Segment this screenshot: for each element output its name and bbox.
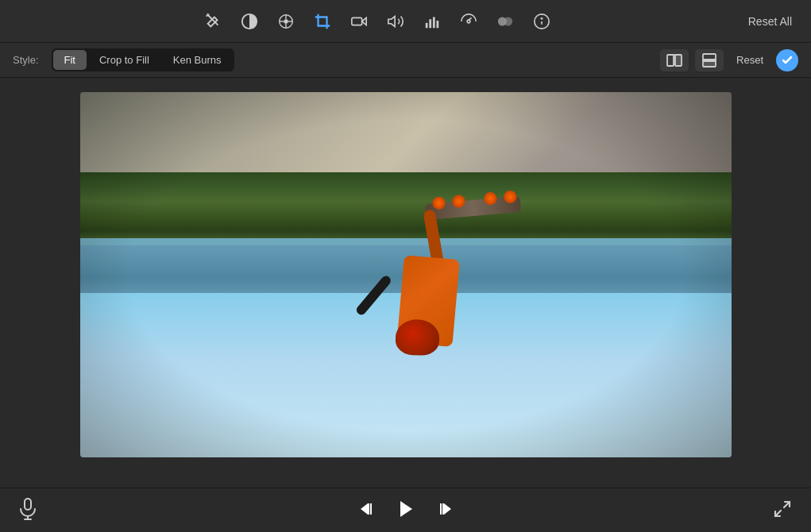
microphone-icon[interactable] — [19, 498, 37, 523]
svg-marker-12 — [362, 17, 367, 25]
svg-point-21 — [504, 17, 512, 25]
crop-icon[interactable] — [311, 10, 334, 33]
reset-all-button[interactable]: Reset All — [742, 12, 798, 31]
audio-icon[interactable] — [384, 10, 407, 33]
wheel-1 — [432, 196, 446, 210]
svg-rect-25 — [667, 55, 674, 66]
skateboard — [425, 196, 521, 220]
flip-vertical-button[interactable] — [695, 49, 724, 71]
svg-point-6 — [284, 19, 288, 24]
svg-rect-30 — [703, 61, 716, 67]
wheel-4 — [504, 190, 517, 203]
style-row: Style: Fit Crop to Fill Ken Burns Reset — [0, 43, 811, 78]
speedometer-icon[interactable] — [458, 10, 480, 33]
style-button-group: Fit Crop to Fill Ken Burns — [52, 48, 234, 71]
svg-rect-16 — [433, 17, 435, 28]
svg-marker-37 — [400, 501, 412, 517]
playback-controls — [359, 499, 453, 522]
skip-forward-button[interactable] — [435, 500, 453, 521]
wheel-2 — [452, 195, 465, 208]
svg-rect-14 — [426, 22, 428, 27]
video-preview — [80, 92, 732, 457]
toolbar-icons — [13, 10, 742, 33]
style-row-right: Reset — [660, 49, 798, 71]
svg-rect-15 — [429, 19, 431, 28]
svg-rect-28 — [703, 54, 716, 60]
svg-point-18 — [467, 20, 470, 23]
svg-rect-27 — [675, 55, 682, 66]
ken-burns-button[interactable]: Ken Burns — [162, 50, 233, 70]
svg-rect-36 — [370, 503, 372, 515]
bottom-controls — [0, 488, 811, 532]
svg-rect-39 — [442, 503, 444, 515]
svg-rect-31 — [25, 499, 31, 510]
svg-line-19 — [469, 17, 472, 20]
expand-button[interactable] — [773, 499, 792, 522]
svg-rect-40 — [440, 503, 442, 515]
magic-wand-icon[interactable] — [202, 10, 224, 33]
skip-back-button[interactable] — [359, 500, 377, 521]
reset-button[interactable]: Reset — [730, 51, 770, 69]
histogram-icon[interactable] — [421, 10, 443, 33]
color-balance-icon[interactable] — [238, 10, 261, 33]
crop-to-fill-button[interactable]: Crop to Fill — [88, 50, 160, 70]
svg-marker-34 — [361, 503, 368, 515]
svg-rect-35 — [368, 503, 369, 515]
fit-button[interactable]: Fit — [53, 50, 87, 70]
svg-marker-13 — [388, 16, 395, 26]
video-camera-icon[interactable] — [348, 10, 370, 33]
confirm-button[interactable] — [776, 49, 798, 71]
video-frame — [80, 92, 732, 457]
svg-line-1 — [207, 14, 208, 16]
color-circles-icon[interactable] — [494, 10, 516, 33]
top-toolbar: Reset All — [0, 0, 811, 43]
play-button[interactable] — [396, 499, 416, 522]
info-icon[interactable] — [531, 10, 553, 33]
video-scene — [80, 92, 732, 457]
svg-rect-17 — [436, 21, 438, 28]
style-label: Style: — [13, 54, 39, 66]
svg-marker-38 — [444, 503, 451, 515]
svg-rect-11 — [352, 17, 362, 25]
color-wheel-icon[interactable] — [275, 10, 297, 33]
flip-horizontal-button[interactable] — [660, 49, 689, 71]
wheel-3 — [484, 191, 497, 205]
skater-arm-down — [354, 274, 392, 317]
